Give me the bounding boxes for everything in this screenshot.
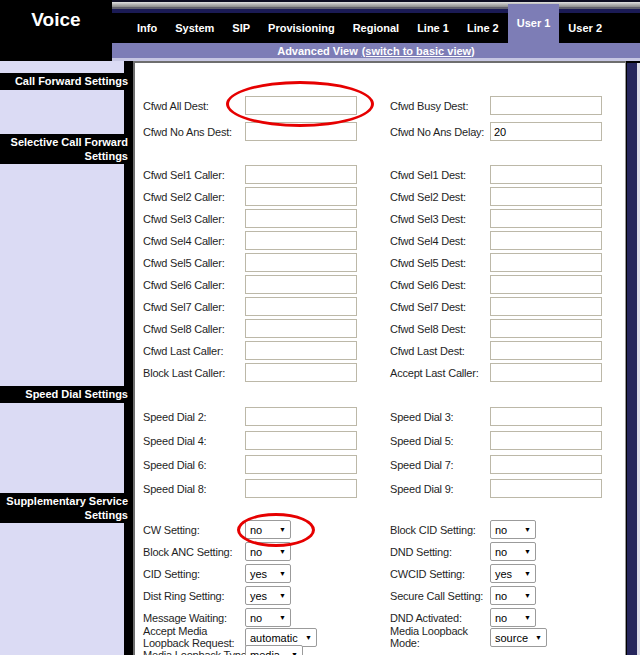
cfwd-sel4-dest-label: Cfwd Sel4 Dest: — [390, 235, 486, 247]
message-waiting-label: Message Waiting: — [143, 612, 241, 624]
speed-dial-6-input[interactable] — [245, 455, 357, 474]
media-loopback-type-select[interactable]: media▼ — [245, 645, 303, 655]
cfwd-sel1-dest-label: Cfwd Sel1 Dest: — [390, 169, 486, 181]
switch-view-link[interactable]: (switch to basic view) — [362, 45, 475, 57]
dist-ring-setting-value: yes — [250, 590, 273, 602]
section-header-speed-dial-settings: Speed Dial Settings — [0, 386, 133, 403]
dist-ring-setting-label: Dist Ring Setting: — [143, 590, 241, 602]
cfwd-sel4-dest-input[interactable] — [490, 231, 602, 250]
tab-info[interactable]: Info — [128, 13, 166, 43]
cfwd-busy-dest-input[interactable] — [490, 96, 602, 115]
block-anc-setting-value: no — [250, 546, 273, 558]
cfwd-no-ans-dest-input[interactable] — [245, 122, 357, 141]
dnd-setting-select[interactable]: no▼ — [490, 542, 536, 561]
cwcid-setting-select[interactable]: yes▼ — [490, 564, 536, 583]
content-panel: Cfwd All Dest:Cfwd Busy Dest:Cfwd No Ans… — [133, 61, 626, 655]
cw-setting-select[interactable]: no▼ — [245, 520, 291, 539]
block-last-caller-input[interactable] — [245, 363, 357, 382]
tab-user-1[interactable]: User 1 — [508, 4, 560, 43]
cfwd-sel8-caller-input[interactable] — [245, 319, 357, 338]
cfwd-sel8-dest-input[interactable] — [490, 319, 602, 338]
cfwd-sel4-caller-input[interactable] — [245, 231, 357, 250]
tab-system[interactable]: System — [166, 13, 223, 43]
section-header-selective-call-forward-settings: Selective Call Forward Settings — [0, 134, 133, 164]
tab-user-2[interactable]: User 2 — [559, 13, 611, 43]
cw-setting-value: no — [250, 524, 273, 536]
cfwd-sel6-dest-label: Cfwd Sel6 Dest: — [390, 279, 486, 291]
block-cid-setting-select[interactable]: no▼ — [490, 520, 536, 539]
block-anc-setting-select[interactable]: no▼ — [245, 542, 291, 561]
cfwd-no-ans-delay-label: Cfwd No Ans Delay: — [390, 126, 486, 138]
cfwd-sel7-dest-input[interactable] — [490, 297, 602, 316]
cfwd-no-ans-delay-input[interactable] — [490, 122, 602, 141]
dnd-activated-value: no — [495, 612, 518, 624]
product-title: Voice — [0, 0, 112, 61]
block-cid-setting-value: no — [495, 524, 518, 536]
cfwd-sel7-dest-label: Cfwd Sel7 Dest: — [390, 301, 486, 313]
cwcid-setting-label: CWCID Setting: — [390, 568, 486, 580]
cfwd-sel6-dest-input[interactable] — [490, 275, 602, 294]
cfwd-sel2-dest-label: Cfwd Sel2 Dest: — [390, 191, 486, 203]
dropdown-arrow-icon: ▼ — [524, 592, 531, 599]
dnd-activated-select[interactable]: no▼ — [490, 608, 536, 627]
cfwd-sel6-caller-input[interactable] — [245, 275, 357, 294]
dropdown-arrow-icon: ▼ — [291, 651, 298, 655]
media-loopback-mode-select[interactable]: source▼ — [490, 628, 547, 647]
tab-sip[interactable]: SIP — [223, 13, 259, 43]
tab-line-1[interactable]: Line 1 — [408, 13, 458, 43]
accept-last-caller-input[interactable] — [490, 363, 602, 382]
dnd-setting-label: DND Setting: — [390, 546, 486, 558]
block-anc-setting-label: Block ANC Setting: — [143, 546, 241, 558]
right-frame-bar — [627, 63, 637, 655]
dropdown-arrow-icon: ▼ — [524, 570, 531, 577]
secure-call-setting-label: Secure Call Setting: — [390, 590, 486, 602]
cfwd-sel5-dest-input[interactable] — [490, 253, 602, 272]
cfwd-last-caller-input[interactable] — [245, 341, 357, 360]
cfwd-sel1-caller-label: Cfwd Sel1 Caller: — [143, 169, 241, 181]
speed-dial-3-input[interactable] — [490, 407, 602, 426]
cfwd-sel2-dest-input[interactable] — [490, 187, 602, 206]
speed-dial-9-input[interactable] — [490, 479, 602, 498]
speed-dial-4-input[interactable] — [245, 431, 357, 450]
tab-regional[interactable]: Regional — [344, 13, 408, 43]
cfwd-sel3-dest-input[interactable] — [490, 209, 602, 228]
cfwd-sel6-caller-label: Cfwd Sel6 Caller: — [143, 279, 241, 291]
cfwd-sel3-dest-label: Cfwd Sel3 Dest: — [390, 213, 486, 225]
dropdown-arrow-icon: ▼ — [279, 548, 286, 555]
block-cid-setting-label: Block CID Setting: — [390, 524, 486, 536]
cfwd-sel1-caller-input[interactable] — [245, 165, 357, 184]
cfwd-last-dest-input[interactable] — [490, 341, 602, 360]
speed-dial-4-label: Speed Dial 4: — [143, 435, 241, 447]
section-header-call-forward-settings: Call Forward Settings — [0, 73, 133, 90]
speed-dial-7-label: Speed Dial 7: — [390, 459, 486, 471]
speed-dial-5-label: Speed Dial 5: — [390, 435, 486, 447]
speed-dial-9-label: Speed Dial 9: — [390, 483, 486, 495]
cwcid-setting-value: yes — [495, 568, 518, 580]
accept-last-caller-label: Accept Last Caller: — [390, 367, 486, 379]
cfwd-sel5-dest-label: Cfwd Sel5 Dest: — [390, 257, 486, 269]
speed-dial-7-input[interactable] — [490, 455, 602, 474]
cfwd-sel7-caller-input[interactable] — [245, 297, 357, 316]
voice-admin-page: Voice InfoSystemSIPProvisioningRegionalL… — [0, 0, 640, 655]
speed-dial-8-input[interactable] — [245, 479, 357, 498]
tab-line-2[interactable]: Line 2 — [458, 13, 508, 43]
block-last-caller-label: Block Last Caller: — [143, 367, 241, 379]
secure-call-setting-select[interactable]: no▼ — [490, 586, 536, 605]
message-waiting-select[interactable]: no▼ — [245, 608, 291, 627]
cfwd-no-ans-dest-label: Cfwd No Ans Dest: — [143, 126, 241, 138]
dropdown-arrow-icon: ▼ — [305, 634, 312, 641]
speed-dial-5-input[interactable] — [490, 431, 602, 450]
cid-setting-value: yes — [250, 568, 273, 580]
cfwd-sel1-dest-input[interactable] — [490, 165, 602, 184]
speed-dial-2-input[interactable] — [245, 407, 357, 426]
cid-setting-select[interactable]: yes▼ — [245, 564, 291, 583]
speed-dial-3-label: Speed Dial 3: — [390, 411, 486, 423]
dnd-setting-value: no — [495, 546, 518, 558]
media-loopback-type-label: Media Loopback Type: — [143, 649, 241, 655]
dist-ring-setting-select[interactable]: yes▼ — [245, 586, 291, 605]
cfwd-sel2-caller-input[interactable] — [245, 187, 357, 206]
cfwd-sel3-caller-input[interactable] — [245, 209, 357, 228]
tab-provisioning[interactable]: Provisioning — [259, 13, 344, 43]
cfwd-sel5-caller-input[interactable] — [245, 253, 357, 272]
cfwd-all-dest-input[interactable] — [245, 96, 357, 115]
